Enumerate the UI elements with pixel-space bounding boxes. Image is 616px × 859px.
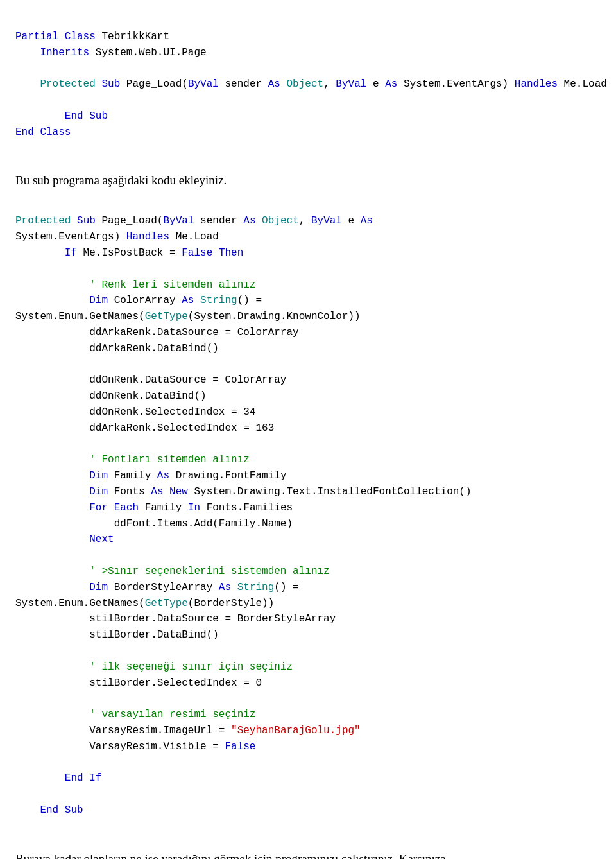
kw-protected-1: Protected [40, 78, 95, 90]
kw-new-1: New [169, 486, 188, 498]
kw-gettype-1: GetType [145, 311, 188, 322]
kw-as-6: As [157, 470, 169, 482]
kw-false-1: False [182, 247, 212, 259]
prose-text-1: Bu sub programa aşağıdaki kodu ekleyiniz… [15, 171, 601, 190]
comment-1: ' Renk leri sitemden alınız [89, 279, 255, 291]
kw-byval-4: ByVal [311, 215, 342, 227]
code-block-main: Protected Sub Page_Load(ByVal sender As … [15, 198, 601, 835]
kw-end-if: End If [65, 772, 102, 784]
kw-byval-3: ByVal [163, 215, 194, 227]
kw-as-4: As [361, 215, 373, 227]
kw-as-3: As [243, 215, 255, 227]
kw-byval-1: ByVal [188, 78, 219, 90]
kw-if: If [65, 247, 77, 259]
kw-dim-2: Dim [89, 470, 108, 482]
kw-object-2: Object [262, 215, 299, 227]
kw-next-1: Next [89, 534, 114, 545]
comment-2: ' Fontları sitemden alınız [89, 454, 250, 465]
kw-end-sub-2: End Sub [40, 804, 83, 816]
kw-inherits: Inherits [40, 47, 89, 58]
kw-for-1: For [89, 502, 108, 514]
kw-byval-2: ByVal [336, 78, 366, 90]
kw-sub-2: Sub [77, 215, 96, 227]
kw-protected-2: Protected [15, 215, 71, 227]
kw-sub-1: Sub [101, 78, 120, 90]
prose-text-2: Buraya kadar olanların ne işe yaradığını… [15, 850, 601, 859]
kw-gettype-2: GetType [145, 598, 188, 609]
code-block-top: Partial Class TebrikkKart Inherits Syste… [15, 13, 601, 156]
kw-in-1: In [188, 502, 200, 514]
kw-each-1: Each [114, 502, 139, 514]
kw-dim-4: Dim [89, 582, 108, 593]
kw-end-class: End Class [15, 126, 71, 138]
kw-end-sub-1: End Sub [65, 110, 108, 122]
kw-as-5: As [182, 295, 194, 306]
kw-as-2: As [385, 78, 397, 90]
comment-3: ' >Sınır seçeneklerini sistemden alınız [89, 566, 329, 577]
kw-as-8: As [219, 582, 231, 593]
kw-object-1: Object [287, 78, 324, 90]
kw-string-2: String [237, 582, 275, 593]
kw-then-1: Then [219, 247, 243, 259]
page-content: Partial Class TebrikkKart Inherits Syste… [15, 13, 601, 859]
kw-as-1: As [268, 78, 280, 90]
kw-handles-1: Handles [515, 78, 558, 90]
kw-as-7: As [151, 486, 163, 498]
kw-false-2: False [225, 741, 255, 752]
comment-4: ' ilk seçeneği sınır için seçiniz [89, 661, 293, 673]
kw-dim-3: Dim [89, 486, 108, 498]
comment-5: ' varsayılan resimi seçiniz [89, 709, 255, 720]
kw-dim-1: Dim [89, 295, 108, 306]
kw-handles-2: Handles [126, 231, 169, 243]
kw-partial: Partial Class [15, 31, 96, 42]
kw-string-1: String [200, 295, 237, 306]
string-imageurl: "SeyhanBarajGolu.jpg" [231, 725, 361, 736]
